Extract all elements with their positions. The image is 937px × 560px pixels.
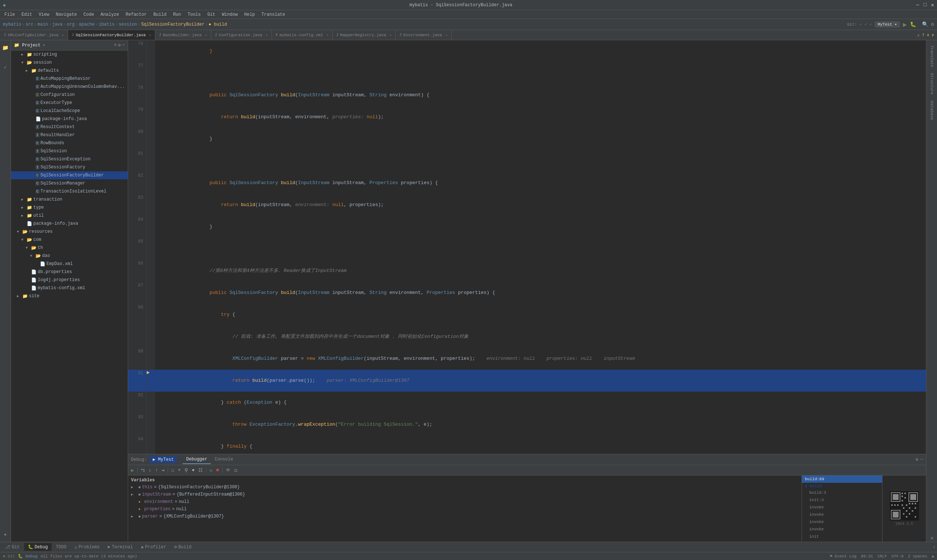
tree-item-scripting[interactable]: ▶ 📁 scripting (11, 51, 128, 58)
code-content-87[interactable]: public SqlSessionFactory build(InputStre… (155, 282, 926, 304)
database-strip-btn[interactable]: Database (929, 98, 935, 122)
frame-invoke-1[interactable]: invoke (802, 504, 882, 511)
debug-mute-btn[interactable]: ● (190, 467, 196, 474)
code-content-94[interactable]: } finally { (155, 435, 926, 454)
tree-item-sqlsessionmanager[interactable]: C SqlSessionManager (11, 179, 128, 188)
frame-init-3[interactable]: init:3 (802, 496, 882, 504)
code-content-88[interactable]: try { (155, 304, 926, 326)
translate-strip-btn[interactable]: Translate (929, 43, 935, 69)
tab-close-mapper[interactable]: ✕ (389, 33, 392, 37)
debug-tab-console[interactable]: Console (211, 455, 237, 464)
var-item-inputstream[interactable]: ▶ ■ inputStream = {BufferedInputStream@1… (129, 491, 800, 498)
tree-item-log4j[interactable]: 📄 log4j.properties (11, 276, 128, 284)
tree-item-site[interactable]: ▶ 📁 site (11, 292, 128, 300)
menu-item-window[interactable]: Window (219, 11, 240, 18)
menu-item-build[interactable]: Build (151, 11, 169, 18)
tab-sqlsessionfactorybuilder[interactable]: J SqlSessionFactoryBuilder.java ✕ (68, 30, 155, 40)
debug-run-name[interactable]: ▶ MyTest (150, 456, 177, 463)
menu-item-help[interactable]: Help (241, 11, 258, 18)
code-content-91[interactable]: return build(parser.parse()); parser: XM… (155, 370, 926, 392)
tree-item-empdao[interactable]: 📄 EmpDao.xml (11, 260, 128, 268)
tree-item-transaction[interactable]: ▶ 📁 transaction (11, 195, 128, 203)
tab-mybatisconfig[interactable]: X mybatis-config.xml ✕ (272, 30, 333, 40)
debug-settings-btn[interactable]: ⚙ (916, 457, 919, 462)
frame-buildbox[interactable]: ▮ build (805, 483, 822, 488)
code-container[interactable]: 76 } 77 (128, 40, 926, 454)
menu-item-edit[interactable]: Edit (18, 11, 35, 18)
maximize-btn[interactable]: □ (923, 2, 926, 8)
code-content-82[interactable]: public SqlSessionFactory build(InputStre… (155, 172, 926, 194)
btab-problems[interactable]: △ Problems (71, 543, 103, 551)
crlf-indicator[interactable]: CRLF (877, 554, 887, 558)
debug-runtocursor-btn[interactable]: ⇥ (160, 467, 166, 474)
breadcrumb-main[interactable]: main (37, 22, 48, 27)
frame-invoke-2[interactable]: invoke (802, 511, 882, 518)
expand-panel-btn[interactable]: ⇧ (933, 544, 935, 550)
tree-item-th[interactable]: ▼ 📂 th (11, 244, 128, 252)
structure-strip-btn[interactable]: Structure (929, 71, 935, 97)
breadcrumb-method[interactable]: ● build (209, 22, 227, 27)
tree-item-pkginfo[interactable]: 📄 package-info.java (11, 115, 128, 123)
code-content-92[interactable]: } catch (Exception e) { (155, 392, 926, 414)
var-item-this[interactable]: ▶ ■ this = {SqlSessionFactoryBuilder@130… (129, 483, 800, 491)
code-content-76[interactable]: } (155, 40, 926, 62)
code-content-78[interactable]: public SqlSessionFactory build(InputStre… (155, 84, 926, 106)
tab-close-config[interactable]: ✕ (266, 33, 268, 37)
run-config-selector[interactable]: MyTest ▾ (875, 21, 900, 28)
tree-item-mybatisxml[interactable]: 📄 mybatis-config.xml (11, 284, 128, 292)
tree-item-resulthandler[interactable]: I ResultHandler (11, 131, 128, 139)
code-content-79[interactable]: return build(inputStream, environment, p… (155, 106, 926, 128)
tree-item-dao[interactable]: ▼ 📂 dao (11, 252, 128, 260)
btab-build[interactable]: ⚙ Build (171, 543, 195, 551)
breadcrumb-project[interactable]: mybatis (3, 22, 21, 27)
line-col-indicator[interactable]: 89:31 (861, 554, 873, 558)
tree-item-automapping2[interactable]: C AutoMappingUnknownColumnBehav... (11, 83, 128, 91)
settings-btn[interactable]: ⚙ (931, 21, 934, 28)
panel-minimize-icon[interactable]: — (122, 43, 125, 48)
debug-watch-btn[interactable]: + (177, 467, 182, 474)
code-content-80[interactable]: } (155, 128, 926, 150)
tree-item-sqlsession[interactable]: I SqlSession (11, 147, 128, 155)
panel-gear-icon[interactable]: ≡ (114, 43, 116, 48)
menu-item-analyze[interactable]: Analyze (98, 11, 122, 18)
frame-invoke-3[interactable]: invoke (802, 518, 882, 526)
debug-eval-btn[interactable]: ☐ (170, 467, 176, 474)
tab-close-base[interactable]: ✕ (205, 33, 207, 37)
frame-build-89[interactable]: build:89 (802, 475, 882, 483)
debug-close-btn[interactable]: — (920, 457, 923, 462)
btab-terminal[interactable]: ► Terminal (104, 543, 137, 551)
maven-strip-btn[interactable]: m (929, 535, 935, 542)
tree-item-sqlsessionfactory[interactable]: I SqlSessionFactory (11, 163, 128, 171)
status-git[interactable]: ● Git (3, 554, 15, 558)
debug-run-btn[interactable]: 🐛 (910, 21, 916, 28)
btab-profiler[interactable]: ▲ Profiler (137, 543, 170, 551)
tab-close-mybatis[interactable]: ✕ (326, 33, 329, 37)
code-content-86[interactable]: //第8种方法和第4种方法差不多. Reader换成了InputStream (155, 260, 926, 282)
tree-item-com[interactable]: ▼ 📂 com (11, 236, 128, 244)
breadcrumb-org[interactable]: org (67, 22, 75, 27)
debug-rerun-btn[interactable]: ↻ (208, 467, 214, 474)
tree-item-resources[interactable]: ▼ 📂 resources (11, 228, 128, 236)
btab-debug[interactable]: 🐛 Debug (24, 543, 52, 551)
debug-layout-btn[interactable]: ◻ (233, 467, 238, 474)
tree-item-type[interactable]: ▶ 📁 type (11, 203, 128, 212)
run-btn[interactable]: ▶ (903, 20, 907, 29)
panel-settings-icon[interactable]: ⚙ (118, 43, 121, 48)
btab-git[interactable]: ⎇ Git (2, 543, 23, 551)
menu-item-navigate[interactable]: Navigate (53, 11, 80, 18)
tree-item-dbprop[interactable]: 📄 db.properties (11, 268, 128, 276)
breadcrumb-java[interactable]: java (52, 22, 63, 27)
project-strip-icon[interactable]: 📁 (1, 43, 10, 52)
btab-todo[interactable]: TODO (52, 543, 70, 551)
tree-item-txiso[interactable]: C TransactionIsolationLevel (11, 188, 128, 195)
frame-build-3[interactable]: build:3 (802, 489, 882, 496)
breadcrumb-class[interactable]: SqlSessionFactoryBuilder (141, 22, 205, 27)
frame-init-last[interactable]: init (802, 533, 882, 540)
menu-item-git[interactable]: Git (205, 11, 218, 18)
breadcrumb-apache[interactable]: apache (79, 22, 94, 27)
tree-item-util[interactable]: ▶ 📁 util (11, 212, 128, 220)
menu-item-code[interactable]: Code (80, 11, 97, 18)
event-log-btn[interactable]: ⚑ Event Log (830, 554, 857, 558)
debug-stop-btn[interactable]: ■ (215, 467, 221, 474)
breadcrumb-session[interactable]: session (118, 22, 137, 27)
